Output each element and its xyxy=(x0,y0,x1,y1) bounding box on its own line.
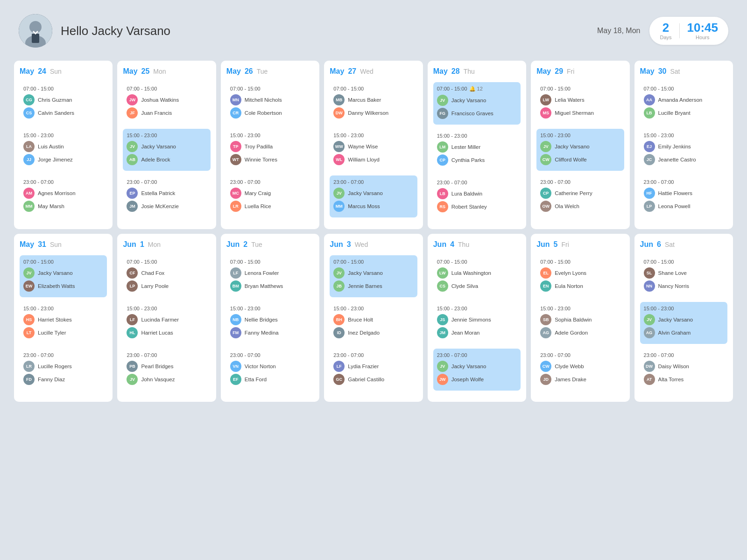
person-row: AT Alta Torres xyxy=(644,374,724,385)
days-segment: 2 Days xyxy=(660,21,671,40)
person-avatar: FM xyxy=(230,327,241,338)
person-row: LR Luella Rice xyxy=(230,201,310,212)
day-month: Jun xyxy=(330,240,343,249)
person-avatar: FD xyxy=(23,374,35,385)
person-avatar: MN xyxy=(230,94,241,105)
person-avatar: CG xyxy=(23,94,35,105)
day-month: May xyxy=(20,240,34,249)
day-month: Jun xyxy=(226,240,240,249)
shift-time: 15:00 - 23:00 xyxy=(644,306,724,311)
person-row: JW Joseph Wolfe xyxy=(437,374,517,385)
day-num: 26 xyxy=(245,67,253,76)
person-row: WT Winnie Torres xyxy=(230,154,310,165)
person-avatar: CP xyxy=(540,188,551,199)
person-name: Bruce Holt xyxy=(348,317,373,322)
person-row: NN Nancy Norris xyxy=(644,280,724,292)
person-avatar: NB xyxy=(230,314,241,325)
person-avatar: JV xyxy=(437,361,448,372)
day-header: Jun 1 Mon xyxy=(123,240,210,249)
shift-block-2: 23:00 - 07:00 HF Hattie Flowers LP Leona… xyxy=(640,175,727,217)
person-row: LF Lucinda Farmer xyxy=(127,314,206,325)
person-name: Clifford Wolfe xyxy=(555,157,587,162)
day-header: May 31 Sun xyxy=(20,240,107,249)
person-row: LB Lucille Bryant xyxy=(644,107,724,119)
person-row: JB Jennie Barnes xyxy=(333,280,413,292)
day-header: May 28 Thu xyxy=(433,67,521,76)
person-name: Hattie Flowers xyxy=(658,190,693,196)
shift-time: 07:00 - 15:00 xyxy=(230,259,310,265)
shift-block-1: 15:00 - 23:00 JV Jacky Varsano AG Alvin … xyxy=(640,302,727,344)
person-name: Estella Patrick xyxy=(141,190,175,196)
person-row: OW Ola Welch xyxy=(540,201,620,212)
day-num: 6 xyxy=(657,240,661,249)
person-avatar: MM xyxy=(23,201,35,212)
person-name: Inez Delgado xyxy=(348,330,380,336)
person-avatar: DW xyxy=(644,361,655,372)
calendar-container: May 24 Sun 07:00 - 15:00 CG Chris Guzman… xyxy=(14,61,733,402)
person-avatar: JM xyxy=(127,201,138,212)
person-name: Alvin Graham xyxy=(658,330,691,336)
svg-point-1 xyxy=(29,21,42,33)
greeting-text: Hello Jacky Varsano xyxy=(61,24,170,38)
time-badge: 2 Days 10:45 Hours xyxy=(649,17,728,45)
person-avatar: JV xyxy=(437,95,448,106)
person-avatar: JV xyxy=(333,267,345,279)
person-name: Lucinda Farmer xyxy=(141,317,179,322)
shift-block-1: 15:00 - 23:00 EJ Emily Jenkins JC Jeanet… xyxy=(640,129,727,171)
shift-block-0: 07:00 - 15:00 CG Chris Guzman CS Calvin … xyxy=(20,82,107,124)
person-name: Robert Stanley xyxy=(451,204,487,210)
person-avatar: MB xyxy=(333,94,345,105)
shift-time: 23:00 - 07:00 xyxy=(437,180,517,185)
day-month: May xyxy=(123,67,137,76)
day-month: May xyxy=(433,67,448,76)
day-month: May xyxy=(640,67,655,76)
person-name: Adele Gordon xyxy=(555,330,588,336)
person-row: HL Harriet Lucas xyxy=(127,327,206,338)
person-row: LF Lydia Frazier xyxy=(333,361,413,372)
person-row: CP Cynthia Parks xyxy=(437,154,517,166)
person-name: Mary Craig xyxy=(245,190,271,196)
day-card-Jun-1: Jun 1 Mon 07:00 - 15:00 CF Chad Fox LP L… xyxy=(117,234,216,402)
day-header: Jun 3 Wed xyxy=(330,240,417,249)
day-num: 3 xyxy=(347,240,351,249)
person-row: FM Fanny Medina xyxy=(230,327,310,338)
person-name: Catherine Perry xyxy=(555,190,592,196)
person-row: ID Inez Delgado xyxy=(333,327,413,338)
person-name: Lucille Rogers xyxy=(38,364,72,369)
person-avatar: LR xyxy=(23,361,35,372)
person-name: Jacky Varsano xyxy=(348,190,383,196)
person-name: Miguel Sherman xyxy=(555,110,594,116)
person-name: Harriet Stokes xyxy=(38,317,72,322)
person-row: LW Lula Washington xyxy=(437,267,517,279)
day-card-Jun-2: Jun 2 Tue 07:00 - 15:00 LF Lenora Fowler… xyxy=(221,234,319,402)
person-name: Cynthia Parks xyxy=(451,157,485,163)
person-row: JD James Drake xyxy=(540,374,620,385)
person-avatar: JD xyxy=(540,374,551,385)
shift-block-2: 23:00 - 07:00 EP Estella Patrick JM Josi… xyxy=(123,175,210,217)
day-num: 27 xyxy=(348,67,356,76)
person-avatar: ID xyxy=(333,327,345,338)
person-name: Lelia Waters xyxy=(555,97,585,103)
person-name: Etta Ford xyxy=(245,377,267,382)
shift-time: 07:00 - 15:00 xyxy=(644,86,724,91)
person-row: LW Lelia Waters xyxy=(540,94,620,105)
day-num: 29 xyxy=(555,67,563,76)
day-name: Thu xyxy=(458,241,469,248)
person-avatar: LP xyxy=(644,201,655,212)
day-name: Sun xyxy=(50,68,62,75)
person-name: Jorge Jimenez xyxy=(38,157,73,162)
person-row: FD Fanny Diaz xyxy=(23,374,103,385)
person-name: Nellie Bridges xyxy=(245,317,278,322)
header-right: May 18, Mon 2 Days 10:45 Hours xyxy=(597,17,728,45)
shift-block-0: 07:00 - 15:00 EL Evelyn Lyons EN Eula No… xyxy=(536,255,624,297)
day-card-Jun-6: Jun 6 Sat 07:00 - 15:00 SL Shane Love NN… xyxy=(634,234,733,402)
person-name: Pearl Bridges xyxy=(141,364,173,369)
person-name: Josie McKenzie xyxy=(141,203,179,209)
shift-block-1: 15:00 - 23:00 BH Bruce Holt ID Inez Delg… xyxy=(330,302,417,344)
person-avatar: CW xyxy=(540,361,551,372)
person-name: Victor Norton xyxy=(245,364,276,369)
person-name: Clyde Silva xyxy=(451,283,479,289)
person-row: JF Juan Francis xyxy=(127,107,206,119)
person-avatar: GC xyxy=(333,374,345,385)
shift-block-2: 23:00 - 07:00 CP Catherine Perry OW Ola … xyxy=(536,175,624,217)
